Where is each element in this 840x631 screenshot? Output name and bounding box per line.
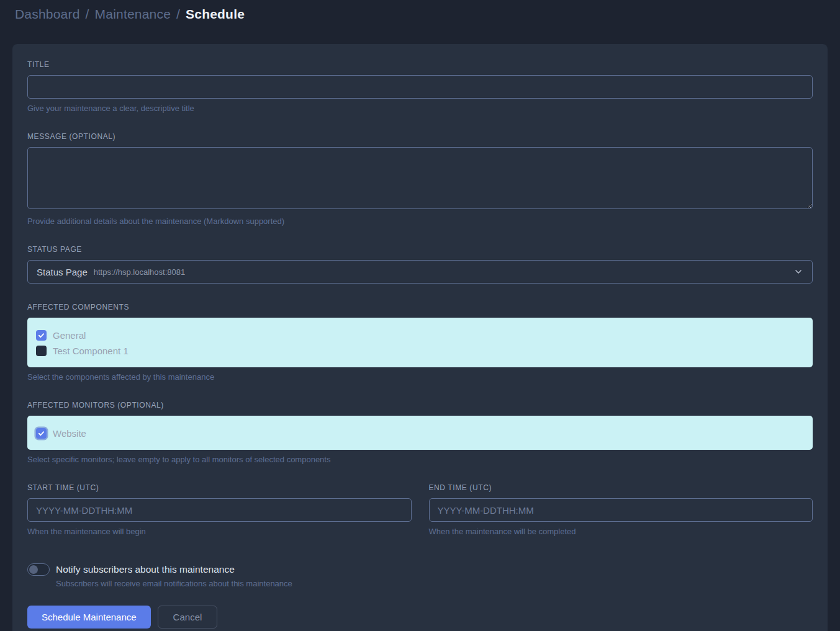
- breadcrumb-separator: /: [80, 7, 95, 21]
- breadcrumb-separator: /: [171, 7, 186, 21]
- message-label: MESSAGE (OPTIONAL): [27, 132, 813, 141]
- component-option-label: Test Component 1: [53, 346, 129, 356]
- message-helper-text: Provide additional details about the mai…: [27, 217, 813, 226]
- start-time-input[interactable]: [27, 498, 412, 522]
- form-actions-row: Schedule Maintenance Cancel: [27, 606, 813, 629]
- component-option-general[interactable]: General: [36, 328, 804, 342]
- status-page-label: STATUS PAGE: [27, 245, 813, 254]
- end-time-input[interactable]: [429, 498, 813, 522]
- start-time-field-group: START TIME (UTC) When the maintenance wi…: [27, 483, 412, 536]
- title-input[interactable]: [27, 75, 813, 99]
- notify-subscribers-toggle[interactable]: [27, 563, 50, 576]
- monitor-option-label: Website: [53, 428, 86, 439]
- status-page-selected-url: https://hsp.localhost:8081: [94, 267, 185, 277]
- notify-texts: Notify subscribers about this maintenanc…: [56, 563, 292, 588]
- cancel-button[interactable]: Cancel: [158, 606, 218, 629]
- start-time-helper-text: When the maintenance will begin: [27, 527, 412, 536]
- end-time-helper-text: When the maintenance will be completed: [429, 527, 813, 536]
- checkbox-checked-icon[interactable]: [36, 330, 47, 341]
- end-time-label: END TIME (UTC): [429, 483, 813, 492]
- affected-monitors-field-group: AFFECTED MONITORS (OPTIONAL) Website Sel…: [27, 401, 813, 464]
- schedule-maintenance-button[interactable]: Schedule Maintenance: [27, 606, 151, 629]
- message-field-group: MESSAGE (OPTIONAL) Provide additional de…: [27, 132, 813, 226]
- start-time-label: START TIME (UTC): [27, 483, 412, 492]
- monitor-option-website[interactable]: Website: [36, 426, 804, 441]
- title-helper-text: Give your maintenance a clear, descripti…: [27, 104, 813, 113]
- affected-monitors-list: Website: [27, 416, 813, 450]
- end-time-field-group: END TIME (UTC) When the maintenance will…: [429, 483, 813, 536]
- breadcrumb-item-maintenance[interactable]: Maintenance: [95, 7, 171, 21]
- breadcrumb: Dashboard/Maintenance/Schedule: [0, 0, 840, 28]
- status-page-selected-name: Status Page: [37, 267, 88, 277]
- affected-components-field-group: AFFECTED COMPONENTS General Test Compone…: [27, 303, 813, 382]
- component-option-label: General: [53, 330, 86, 341]
- affected-components-list: General Test Component 1: [27, 318, 813, 367]
- checkbox-checked-icon[interactable]: [36, 428, 47, 439]
- schedule-maintenance-form-card: TITLE Give your maintenance a clear, des…: [12, 44, 828, 631]
- notify-subscribers-helper-text: Subscribers will receive email notificat…: [56, 579, 292, 588]
- status-page-field-group: STATUS PAGE Status Page https://hsp.loca…: [27, 245, 813, 284]
- chevron-down-icon: [793, 267, 803, 277]
- title-label: TITLE: [27, 60, 813, 69]
- checkbox-unchecked-icon[interactable]: [36, 346, 47, 356]
- breadcrumb-item-dashboard[interactable]: Dashboard: [15, 7, 80, 21]
- toggle-knob: [29, 565, 38, 574]
- title-field-group: TITLE Give your maintenance a clear, des…: [27, 60, 813, 113]
- status-page-select[interactable]: Status Page https://hsp.localhost:8081: [27, 260, 813, 284]
- breadcrumb-item-schedule: Schedule: [186, 7, 245, 21]
- notify-subscribers-label: Notify subscribers about this maintenanc…: [56, 563, 292, 576]
- message-textarea[interactable]: [27, 147, 813, 209]
- affected-monitors-label: AFFECTED MONITORS (OPTIONAL): [27, 401, 813, 409]
- affected-monitors-helper-text: Select specific monitors; leave empty to…: [27, 455, 813, 464]
- time-fields-row: START TIME (UTC) When the maintenance wi…: [27, 483, 813, 536]
- affected-components-label: AFFECTED COMPONENTS: [27, 303, 813, 311]
- affected-components-helper-text: Select the components affected by this m…: [27, 372, 813, 382]
- component-option-test-component-1[interactable]: Test Component 1: [36, 343, 804, 358]
- notify-subscribers-section: Notify subscribers about this maintenanc…: [27, 563, 813, 588]
